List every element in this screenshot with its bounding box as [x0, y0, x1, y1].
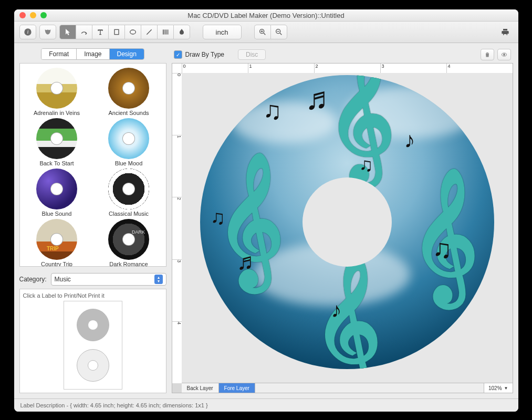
svg-rect-10 — [168, 29, 168, 34]
svg-rect-6 — [163, 29, 164, 34]
template-item[interactable]: Blue Mood — [94, 118, 164, 166]
line-tool[interactable] — [141, 25, 157, 39]
dropdown-arrow-icon: ▼ — [504, 386, 508, 391]
svg-rect-5 — [162, 29, 163, 34]
music-note-icon: ♫ — [359, 154, 373, 176]
music-note-icon: ♫ — [211, 206, 226, 229]
music-note-icon: ♬ — [305, 80, 329, 117]
svg-point-19 — [503, 54, 505, 56]
app-window: Mac CD/DVD Label Maker (Demo Version)::U… — [14, 9, 518, 412]
status-text: Label Description - { width: 4.65 inch; … — [20, 402, 208, 408]
svg-line-12 — [264, 33, 265, 35]
select-arrows-icon: ▴▾ — [154, 275, 163, 284]
tab-format[interactable]: Format — [41, 49, 76, 59]
window-title: Mac CD/DVD Label Maker (Demo Version)::U… — [14, 12, 518, 19]
print-preview-box: Click a Label to Print/Not Print it — [19, 289, 166, 393]
toolbar: i — [14, 22, 518, 43]
rectangle-tool[interactable] — [108, 25, 124, 39]
sidebar-tabs: Format Image Design — [41, 48, 144, 60]
template-item[interactable]: Dark Romance — [94, 219, 164, 267]
canvas[interactable]: 𝄞 𝄞 𝄞 𝄞 ♫ ♬ ♪ ♫ ♬ ♫ ♪ ♫ — [182, 73, 513, 383]
draw-by-type-label: Draw By Type — [185, 51, 224, 58]
template-item[interactable]: Country Trip — [22, 219, 92, 267]
zoom-out-button[interactable] — [270, 25, 287, 39]
unit-selector[interactable]: inch — [203, 25, 242, 39]
trash-button[interactable] — [481, 49, 494, 60]
ruler-corner — [172, 64, 182, 74]
zoom-window-button[interactable] — [40, 12, 47, 18]
zoom-in-button[interactable] — [254, 25, 270, 39]
svg-rect-2 — [114, 29, 119, 34]
music-note-icon: ♫ — [432, 234, 452, 264]
layer-bar: Back Layer Fore Layer 102% ▼ — [182, 383, 513, 393]
svg-line-4 — [147, 29, 151, 34]
ellipse-tool[interactable] — [124, 25, 141, 39]
minimize-window-button[interactable] — [30, 12, 36, 18]
svg-point-3 — [130, 30, 135, 34]
tab-design[interactable]: Design — [109, 49, 144, 59]
sidebar: Format Image Design Adrenalin in Veins A… — [19, 48, 166, 393]
music-note-icon: ♬ — [237, 248, 254, 275]
layer-tab-fore[interactable]: Fore Layer — [219, 383, 255, 393]
treble-clef-icon: 𝄞 — [313, 256, 381, 369]
main-panel: ✓ Draw By Type Disc 01234 01234 — [172, 48, 513, 393]
svg-rect-9 — [166, 29, 167, 34]
barcode-tool[interactable] — [157, 25, 173, 39]
text-tool[interactable] — [92, 25, 108, 39]
template-item[interactable]: Ancient Sounds — [94, 68, 164, 116]
category-row: Category: Music ▴▾ — [19, 273, 166, 286]
disc-dropdown[interactable]: Disc — [238, 49, 266, 60]
draw-by-type-checkbox[interactable]: ✓ — [174, 50, 182, 59]
print-slot-2[interactable] — [77, 349, 109, 382]
arc-text-tool[interactable] — [76, 25, 92, 39]
template-item[interactable]: Blue Sound — [22, 169, 92, 217]
preview-toggle[interactable] — [497, 49, 511, 60]
music-note-icon: ♫ — [263, 96, 282, 125]
template-item[interactable]: Back To Start — [22, 118, 92, 166]
svg-text:i: i — [27, 29, 28, 35]
music-note-icon: ♪ — [331, 298, 342, 322]
tab-image[interactable]: Image — [76, 49, 109, 59]
svg-line-16 — [280, 33, 281, 35]
template-item[interactable]: Classical Music — [94, 169, 164, 217]
category-select[interactable]: Music ▴▾ — [51, 273, 166, 286]
window-controls — [19, 12, 47, 18]
svg-rect-7 — [164, 29, 165, 34]
close-window-button[interactable] — [19, 12, 26, 18]
info-button[interactable]: i — [19, 25, 36, 39]
titlebar: Mac CD/DVD Label Maker (Demo Version)::U… — [14, 9, 518, 22]
status-bar: Label Description - { width: 4.65 inch; … — [14, 398, 518, 412]
disc-label[interactable]: 𝄞 𝄞 𝄞 𝄞 ♫ ♬ ♪ ♫ ♬ ♫ ♪ ♫ — [200, 75, 494, 369]
layer-tab-back[interactable]: Back Layer — [182, 383, 219, 393]
zoom-indicator[interactable]: 102% ▼ — [484, 383, 513, 393]
category-label: Category: — [19, 276, 47, 283]
print-slot-1[interactable] — [77, 309, 109, 341]
pointer-tool[interactable] — [59, 25, 76, 39]
template-gallery[interactable]: Adrenalin in Veins Ancient Sounds Back T… — [19, 63, 166, 267]
tool-group — [59, 25, 190, 39]
print-page-preview — [64, 301, 122, 390]
canvas-toolbar: ✓ Draw By Type Disc — [172, 48, 513, 63]
music-note-icon: ♪ — [404, 128, 415, 153]
template-item[interactable]: Adrenalin in Veins — [22, 68, 92, 116]
canvas-wrap: 01234 01234 𝄞 𝄞 𝄞 𝄞 ♫ ♬ — [172, 63, 513, 393]
svg-rect-8 — [165, 29, 166, 34]
zoom-group — [254, 25, 287, 39]
ruler-vertical: 01234 — [172, 73, 182, 383]
print-hint-label: Click a Label to Print/Not Print it — [23, 292, 163, 299]
content-area: Format Image Design Adrenalin in Veins A… — [14, 43, 518, 398]
paint-tool[interactable] — [173, 25, 190, 39]
ruler-horizontal: 01234 — [182, 64, 513, 74]
mask-button[interactable] — [39, 25, 56, 39]
print-button[interactable] — [497, 25, 513, 39]
